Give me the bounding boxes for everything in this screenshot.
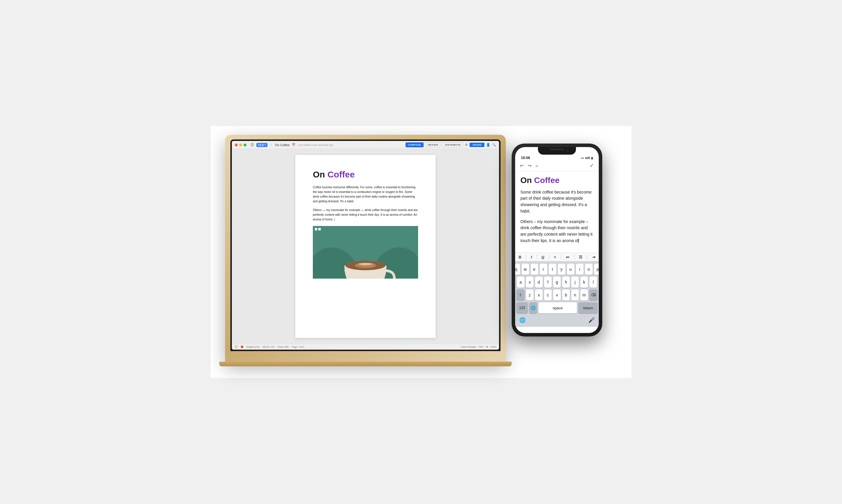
tab-compose-button[interactable]: COMPOSE [406,142,424,147]
key-w[interactable]: w [522,264,529,275]
resize-handle[interactable] [318,228,321,231]
last-edited-text: Last edited a few seconds ago [298,144,333,146]
phone-body: 15:08 ▪▪▪ wifi ▮ ↩ ↪ ⌕ ✓ [512,144,602,337]
view-icon[interactable]: ⊞ [486,345,488,348]
shift-key[interactable]: ⇧ [516,289,524,301]
doc-area: On Coffee Coffee touches everyone differ… [232,149,499,344]
close-button[interactable] [235,144,238,146]
separator [561,255,561,259]
phone-toolbar: ↩ ↪ ⌕ ✓ [515,160,599,171]
status-bar-right: Track Changes OFF ⊞ 100% [461,345,496,348]
return-key[interactable]: return [578,302,597,313]
phone-home-area: 🌐 🎤 [516,315,597,326]
key-p[interactable]: p [594,264,599,275]
key-m[interactable]: m [580,289,588,301]
compose-label: COMPOSE [408,144,421,146]
toolbar-menu: ☰ FILE ▾ ☆ On Coffee 📅 Last edited a few… [251,143,333,147]
key-x[interactable]: x [535,289,543,301]
signal-icon: ▪▪▪ [581,157,584,160]
track-changes-off: OFF [479,345,484,348]
phone-content[interactable]: On Coffee Some drink coffee because it's… [515,171,599,253]
toolbar-right: COMPOSE REVIEW DISTRIBUTE ⚙ SHARE [406,142,496,147]
resize-handle[interactable] [315,228,318,231]
underline-button[interactable]: U [541,255,544,259]
key-r[interactable]: r [540,264,547,275]
key-b[interactable]: b [562,289,570,301]
key-g[interactable]: g [553,276,561,288]
word-count: Words: 123 [263,345,274,348]
mac-toolbar: ☰ FILE ▾ ☆ On Coffee 📅 Last edited a few… [232,141,499,149]
minimize-button[interactable] [239,144,242,146]
key-z[interactable]: z [526,289,534,301]
key-o[interactable]: o [585,264,593,275]
battery-icon: ▮ [591,157,593,160]
phone-status-right: ▪▪▪ wifi ▮ [581,157,593,160]
delete-key[interactable]: ⌫ [589,289,597,301]
share-label: SHARE [472,144,482,146]
key-h[interactable]: h [562,276,570,288]
doc-paragraph-1: Coffee touches everyone differently. For… [313,185,418,204]
key-d[interactable]: d [535,276,543,288]
key-y[interactable]: y [558,264,566,275]
unordered-list-button[interactable]: ☰ [579,255,583,259]
num-key[interactable]: 123 [516,302,528,313]
laptop-body: ☰ FILE ▾ ☆ On Coffee 📅 Last edited a few… [225,135,506,363]
undo-icon[interactable]: ↩ [520,163,524,168]
key-v[interactable]: v [553,289,561,301]
done-icon[interactable]: ✓ [590,162,594,169]
keyboard-row-1: q w e r t y u i o p [516,264,597,275]
calendar-icon: 📅 [292,143,295,146]
ordered-list-button[interactable]: ≔ [566,255,570,259]
bold-button[interactable]: B [519,255,521,259]
globe-key[interactable]: 🌐 [529,302,537,313]
zoom-level: 100% [490,345,496,348]
key-f[interactable]: f [544,276,552,288]
laptop-base [219,362,512,366]
document-title: On Coffee [313,169,418,179]
doc-title-black: On [313,169,327,179]
microphone-icon[interactable]: 🎤 [588,317,595,323]
file-button[interactable]: FILE ▾ [256,143,268,147]
globe-icon[interactable]: 🌐 [519,317,526,323]
review-label: REVIEW [428,144,438,146]
indent-button[interactable]: ⇥ [592,255,595,259]
traffic-lights [235,144,247,146]
italic-button[interactable]: I [531,255,532,259]
profile-icon[interactable]: 👤 [486,143,490,147]
phone-time: 15:08 [521,156,530,160]
doc-paragraph-2: Others — my roommate for example — drink… [313,208,418,222]
key-j[interactable]: j [571,276,579,288]
key-s[interactable]: s [526,276,534,288]
key-e[interactable]: e [531,264,538,275]
key-a[interactable]: a [517,276,524,288]
redo-icon[interactable]: ↪ [528,163,532,168]
doc-title-purple: Coffee [327,169,355,179]
tab-review-button[interactable]: REVIEW [425,142,441,147]
phone-title-purple: Coffee [534,176,560,185]
key-c[interactable]: c [544,289,552,301]
phone-screen: 15:08 ▪▪▪ wifi ▮ ↩ ↪ ⌕ ✓ [515,147,599,333]
key-i[interactable]: i [576,264,584,275]
search-icon[interactable]: 🔍 [492,143,496,147]
status-bar: 💬 🔴 English (US) Words: 123 Chars: 690 P… [232,344,499,350]
favorite-icon[interactable]: ☆ [270,143,273,147]
doc-page[interactable]: On Coffee Coffee touches everyone differ… [295,155,436,338]
key-n[interactable]: n [571,289,579,301]
key-t[interactable]: t [549,264,556,275]
settings-icon[interactable]: ⚙ [465,143,468,147]
speaker [550,149,564,150]
maximize-button[interactable] [244,144,247,146]
space-key[interactable]: space [539,302,577,313]
phone-keyboard: q w e r t y u i o p a s [515,262,599,327]
share-button[interactable]: SHARE [469,143,484,147]
search-icon[interactable]: ⌕ [536,163,539,168]
key-l[interactable]: l [589,276,597,288]
tab-distribute-button[interactable]: DISTRIBUTE [442,142,463,147]
key-k[interactable]: k [580,276,588,288]
key-u[interactable]: u [567,264,574,275]
menu-icon[interactable]: ☰ [251,143,254,147]
align-button[interactable]: ≡ [554,255,556,259]
comment-icon[interactable]: 💬 [235,345,238,348]
phone-notch [538,147,576,155]
key-q[interactable]: q [515,264,520,275]
